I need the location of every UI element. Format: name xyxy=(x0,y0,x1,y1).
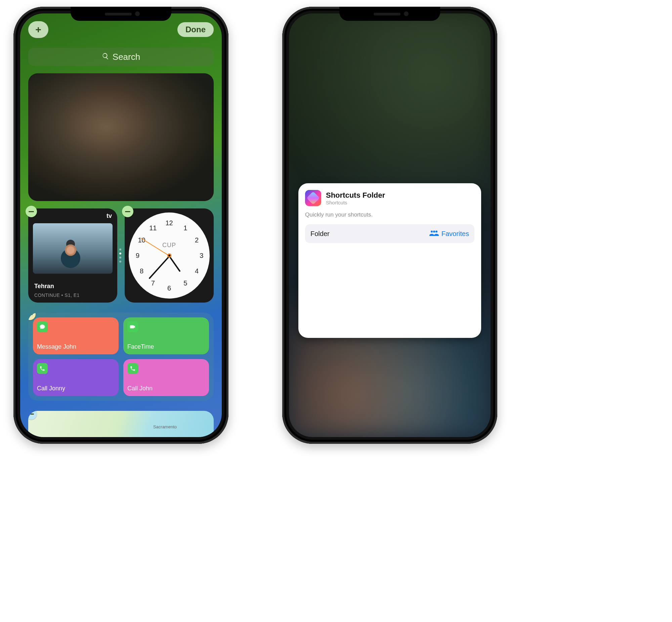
phone-icon xyxy=(127,363,138,374)
tv-title: Tehran xyxy=(34,283,54,290)
stack-page-dots xyxy=(119,248,121,263)
shortcut-tile[interactable]: Message John xyxy=(33,317,119,354)
shortcut-label: Call Jonny xyxy=(37,385,115,392)
phone-left: + Done Search xyxy=(13,7,228,444)
appletv-logo: tv xyxy=(107,212,112,219)
add-widget-button[interactable]: + xyxy=(28,21,48,38)
shortcut-label: Call John xyxy=(127,385,205,392)
shortcut-label: Message John xyxy=(37,343,115,350)
phone-right: Shortcuts Folder Shortcuts Quickly run y… xyxy=(282,7,497,444)
messages-icon xyxy=(37,321,48,332)
shortcuts-app-icon xyxy=(305,190,321,206)
notch xyxy=(71,7,171,21)
widget-config-sheet[interactable]: Shortcuts Folder Shortcuts Quickly run y… xyxy=(298,183,481,338)
sheet-app-name: Shortcuts xyxy=(326,200,385,205)
map-city-label: Sacramento xyxy=(153,424,177,429)
config-row-folder[interactable]: Folder Favorites xyxy=(305,224,475,243)
shortcut-tile[interactable]: FaceTime xyxy=(123,317,209,354)
photos-widget[interactable] xyxy=(28,73,214,201)
shortcut-tile[interactable]: Call Jonny xyxy=(33,359,119,396)
tv-thumbnail xyxy=(33,223,113,274)
photo-content xyxy=(28,73,214,201)
done-button[interactable]: Done xyxy=(177,22,214,37)
remove-widget-button[interactable] xyxy=(122,206,134,217)
sheet-description: Quickly run your shortcuts. xyxy=(305,211,475,218)
notch xyxy=(339,7,440,21)
phone-icon xyxy=(37,363,48,374)
search-placeholder: Search xyxy=(113,52,140,62)
clock-widget[interactable]: CUP 12 1 2 3 4 5 6 7 8 9 xyxy=(125,208,214,303)
shortcuts-widget[interactable]: Message John FaceTime Call Jonny Ca xyxy=(28,313,214,401)
config-key: Folder xyxy=(310,230,330,238)
svg-point-1 xyxy=(433,230,435,232)
remove-widget-button[interactable] xyxy=(26,206,37,217)
hour-hand xyxy=(169,256,180,272)
search-field[interactable]: Search xyxy=(28,48,214,66)
maps-widget[interactable]: Sacramento Stockton San Francisco Modest… xyxy=(28,411,214,437)
remove-widget-button[interactable] xyxy=(28,411,37,420)
facetime-icon xyxy=(127,321,138,332)
edit-topbar: + Done xyxy=(28,20,214,40)
svg-point-0 xyxy=(431,230,433,232)
tv-widget-stack[interactable]: tv Tehran CONTINUE • S1, E1 xyxy=(28,208,117,303)
minute-hand xyxy=(149,256,170,279)
sheet-title: Shortcuts Folder xyxy=(326,191,385,200)
svg-point-2 xyxy=(436,230,438,232)
clock-city-label: CUP xyxy=(162,242,176,249)
people-icon xyxy=(430,230,439,238)
shortcut-tile[interactable]: Call John xyxy=(123,359,209,396)
shortcut-label: FaceTime xyxy=(127,343,205,350)
magnifier-icon xyxy=(102,52,109,62)
config-value: Favorites xyxy=(442,230,469,238)
tv-subtitle: CONTINUE • S1, E1 xyxy=(34,292,80,298)
